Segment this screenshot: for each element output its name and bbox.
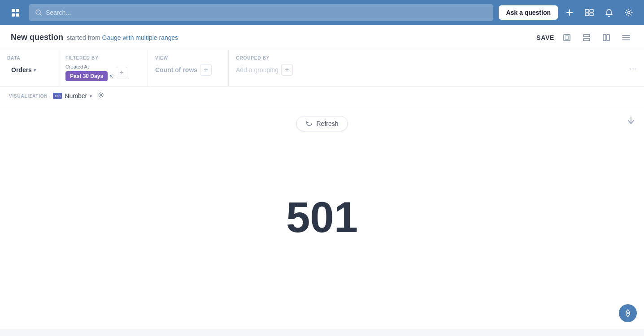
chevron-down-icon: ▾ bbox=[90, 94, 92, 99]
header-left: New question started from Gauge with mul… bbox=[11, 33, 178, 42]
view-label: VIEW bbox=[155, 56, 221, 60]
chevron-down-icon: ▾ bbox=[34, 68, 36, 73]
svg-point-20 bbox=[627, 312, 629, 314]
filtered-by-section: FILTERED BY Created At Past 30 Days × + bbox=[58, 50, 148, 86]
filter-tag-wrapper: Created At Past 30 Days × bbox=[65, 64, 113, 81]
rocket-icon bbox=[623, 309, 632, 318]
browse-icon bbox=[585, 9, 594, 16]
refresh-icon bbox=[305, 120, 313, 127]
hamburger-icon bbox=[622, 34, 630, 41]
svg-line-1 bbox=[40, 14, 41, 15]
fullscreen-icon bbox=[563, 34, 571, 42]
number-viz-icon: 100 bbox=[53, 93, 62, 99]
svg-rect-14 bbox=[607, 34, 609, 41]
nav-right: Ask a question bbox=[499, 4, 637, 21]
visualization-bar: VISUALIZATION 100 Number ▾ bbox=[0, 87, 644, 105]
filter-pill[interactable]: Past 30 Days bbox=[65, 71, 108, 81]
svg-rect-11 bbox=[583, 34, 590, 37]
page-title: New question bbox=[11, 33, 63, 42]
download-button[interactable] bbox=[627, 116, 635, 128]
svg-rect-7 bbox=[590, 13, 593, 16]
add-metric-button[interactable]: + bbox=[200, 64, 212, 76]
main-content: Refresh 501 bbox=[0, 105, 644, 329]
top-navigation: Search... Ask a question bbox=[0, 0, 644, 25]
metabase-watermark-button[interactable] bbox=[619, 304, 637, 322]
data-source-dropdown[interactable]: Orders ▾ bbox=[7, 64, 40, 76]
layout-icon bbox=[602, 34, 610, 42]
add-grouping-button[interactable]: + bbox=[281, 64, 293, 76]
refresh-label: Refresh bbox=[316, 120, 338, 127]
refresh-button[interactable]: Refresh bbox=[296, 116, 348, 131]
gear-icon bbox=[624, 8, 633, 17]
layout-button[interactable] bbox=[599, 30, 614, 45]
settings-gear-icon bbox=[97, 91, 104, 99]
more-options-button[interactable] bbox=[619, 30, 633, 45]
fullscreen-button[interactable] bbox=[560, 30, 574, 45]
data-section: DATA Orders ▾ bbox=[0, 50, 58, 86]
source-link[interactable]: Gauge with multiple ranges bbox=[102, 34, 178, 41]
visualization-type-dropdown[interactable]: 100 Number ▾ bbox=[53, 92, 92, 99]
filter-field-label: Created At bbox=[65, 64, 113, 69]
svg-rect-10 bbox=[565, 36, 569, 39]
header-subtitle: started from Gauge with multiple ranges bbox=[67, 34, 178, 41]
app-logo bbox=[7, 4, 23, 21]
svg-point-18 bbox=[100, 94, 102, 96]
add-filter-button[interactable]: + bbox=[116, 67, 127, 78]
notifications-button[interactable] bbox=[601, 4, 617, 21]
download-icon bbox=[627, 116, 635, 126]
visualization-settings-button[interactable] bbox=[97, 91, 104, 100]
result-value: 501 bbox=[286, 196, 358, 239]
search-icon bbox=[35, 9, 42, 16]
grouped-by-section: GROUPED BY Add a grouping + bbox=[229, 50, 622, 86]
visualization-label: VISUALIZATION bbox=[9, 94, 48, 99]
plus-icon bbox=[566, 9, 574, 17]
query-builder: DATA Orders ▾ FILTERED BY Created At Pas… bbox=[0, 50, 644, 87]
query-options-button[interactable]: ··· bbox=[622, 50, 644, 86]
svg-rect-6 bbox=[585, 13, 589, 16]
svg-point-8 bbox=[628, 12, 630, 14]
data-label: DATA bbox=[7, 56, 51, 60]
view-mode-button[interactable] bbox=[579, 30, 594, 45]
search-bar[interactable]: Search... bbox=[29, 4, 493, 21]
new-button[interactable] bbox=[561, 4, 578, 21]
svg-rect-4 bbox=[585, 9, 589, 12]
filter-tag: Past 30 Days × bbox=[65, 71, 113, 81]
search-placeholder: Search... bbox=[46, 9, 71, 16]
add-grouping-placeholder: Add a grouping bbox=[236, 66, 278, 73]
filter-remove-button[interactable]: × bbox=[109, 73, 113, 79]
bell-icon bbox=[605, 9, 613, 17]
header-right: SAVE bbox=[536, 30, 633, 45]
visualization-type-label: Number bbox=[65, 92, 87, 99]
svg-rect-9 bbox=[564, 34, 570, 41]
view-metric-label[interactable]: Count of rows bbox=[155, 66, 197, 73]
grouped-by-label: GROUPED BY bbox=[236, 56, 615, 60]
settings-button[interactable] bbox=[621, 4, 637, 21]
svg-rect-12 bbox=[583, 39, 590, 41]
ask-question-button[interactable]: Ask a question bbox=[499, 5, 558, 20]
view-section: VIEW Count of rows + bbox=[148, 50, 229, 86]
data-source-label: Orders bbox=[11, 66, 32, 73]
svg-rect-13 bbox=[603, 34, 606, 41]
browse-button[interactable] bbox=[581, 4, 597, 21]
view-mode-icon bbox=[583, 34, 591, 42]
filtered-by-label: FILTERED BY bbox=[65, 56, 140, 60]
header-bar: New question started from Gauge with mul… bbox=[0, 25, 644, 50]
svg-rect-5 bbox=[590, 9, 593, 12]
save-button[interactable]: SAVE bbox=[536, 34, 554, 41]
